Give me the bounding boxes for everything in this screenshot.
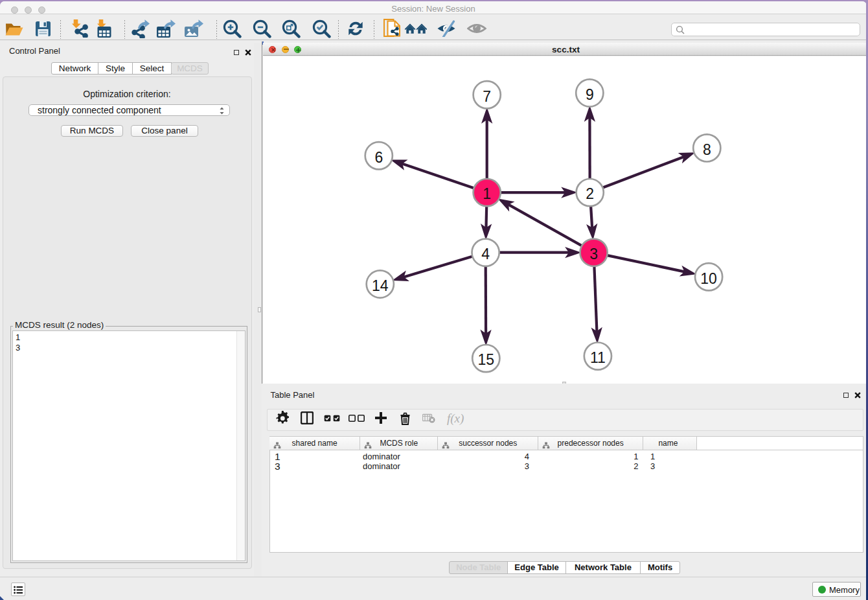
svg-text:11: 11 bbox=[590, 349, 606, 366]
svg-text:4: 4 bbox=[481, 246, 490, 262]
svg-text:9: 9 bbox=[586, 86, 594, 103]
svg-text:3: 3 bbox=[589, 246, 598, 262]
svg-text:1: 1 bbox=[483, 185, 491, 202]
svg-text:14: 14 bbox=[372, 277, 389, 294]
svg-text:8: 8 bbox=[703, 141, 711, 158]
svg-text:6: 6 bbox=[374, 149, 383, 166]
svg-text:15: 15 bbox=[478, 351, 495, 368]
svg-text:10: 10 bbox=[700, 270, 717, 287]
svg-text:7: 7 bbox=[483, 88, 491, 105]
svg-text:2: 2 bbox=[586, 185, 594, 202]
